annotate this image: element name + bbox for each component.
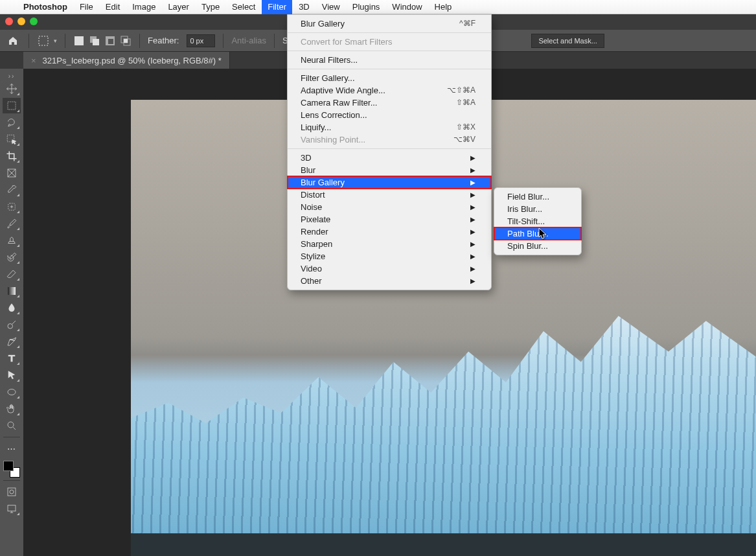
menubar-help[interactable]: Help bbox=[429, 0, 458, 14]
menu-filter-gallery[interactable]: Filter Gallery... bbox=[288, 72, 491, 84]
menu-sharpen[interactable]: Sharpen▶ bbox=[288, 238, 491, 250]
menu-video[interactable]: Video▶ bbox=[288, 262, 491, 275]
subtract-selection-icon[interactable] bbox=[104, 35, 116, 47]
selection-mode-group[interactable] bbox=[73, 35, 132, 47]
close-icon[interactable] bbox=[5, 17, 13, 25]
edit-toolbar[interactable]: ⋯ bbox=[3, 441, 21, 456]
menubar-app[interactable]: Photoshop bbox=[17, 0, 73, 14]
menubar-edit[interactable]: Edit bbox=[100, 0, 126, 14]
filter-menu[interactable]: Blur Gallery^⌘F Convert for Smart Filter… bbox=[287, 14, 492, 290]
eyedropper-tool[interactable] bbox=[3, 182, 21, 198]
clone-stamp-tool[interactable] bbox=[3, 233, 21, 248]
svg-rect-0 bbox=[39, 36, 48, 45]
menubar-file[interactable]: File bbox=[74, 0, 99, 14]
menubar-3d[interactable]: 3D bbox=[293, 0, 315, 14]
home-icon[interactable] bbox=[5, 33, 21, 49]
image-content bbox=[131, 533, 756, 556]
menubar-image[interactable]: Image bbox=[126, 0, 161, 14]
window-controls[interactable] bbox=[5, 17, 38, 25]
submenu-field-blur[interactable]: Field Blur... bbox=[494, 191, 581, 203]
menu-neural-filters[interactable]: Neural Filters... bbox=[288, 54, 491, 66]
menu-camera-raw-filter[interactable]: Camera Raw Filter...⇧⌘A bbox=[288, 97, 491, 109]
menu-other[interactable]: Other▶ bbox=[288, 275, 491, 287]
intersect-selection-icon[interactable] bbox=[120, 35, 132, 47]
menu-adaptive-wide-angle[interactable]: Adaptive Wide Angle...⌥⇧⌘A bbox=[288, 84, 491, 97]
brush-tool[interactable] bbox=[3, 216, 21, 231]
menu-stylize[interactable]: Stylize▶ bbox=[288, 250, 491, 262]
dodge-tool[interactable] bbox=[3, 317, 21, 332]
foreground-color-swatch[interactable] bbox=[3, 461, 14, 471]
menubar-select[interactable]: Select bbox=[226, 0, 261, 14]
menubar-filter[interactable]: Filter bbox=[262, 0, 292, 14]
menubar-layer[interactable]: Layer bbox=[162, 0, 195, 14]
feather-label: Feather: bbox=[148, 36, 179, 45]
history-brush-tool[interactable] bbox=[3, 249, 21, 265]
svg-rect-8 bbox=[124, 39, 128, 43]
svg-rect-19 bbox=[8, 505, 16, 511]
separator bbox=[223, 34, 223, 48]
antialias-checkbox: Anti-alias bbox=[231, 36, 266, 45]
quick-mask-mode[interactable] bbox=[3, 484, 21, 500]
menubar-view[interactable]: View bbox=[316, 0, 346, 14]
menu-noise[interactable]: Noise▶ bbox=[288, 201, 491, 213]
menu-last-filter[interactable]: Blur Gallery^⌘F bbox=[288, 17, 491, 30]
menu-pixelate[interactable]: Pixelate▶ bbox=[288, 213, 491, 226]
minimize-icon[interactable] bbox=[17, 17, 25, 25]
color-swatches[interactable] bbox=[3, 461, 20, 478]
move-tool[interactable] bbox=[3, 81, 21, 97]
svg-rect-1 bbox=[74, 36, 84, 45]
document-tab[interactable]: × 321Ps_Iceberg.psd @ 50% (Iceberg, RGB/… bbox=[23, 52, 230, 69]
lasso-tool[interactable] bbox=[3, 115, 21, 130]
feather-input[interactable] bbox=[187, 34, 215, 47]
menu-lens-correction[interactable]: Lens Correction... bbox=[288, 109, 491, 121]
menu-blur-gallery[interactable]: Blur Gallery▶ bbox=[288, 176, 491, 189]
separator bbox=[139, 34, 140, 48]
menu-d[interactable]: 3D▶ bbox=[288, 152, 491, 164]
path-select-tool[interactable] bbox=[3, 367, 21, 383]
menu-blur[interactable]: Blur▶ bbox=[288, 164, 491, 176]
crop-tool[interactable] bbox=[3, 148, 21, 164]
menubar-type[interactable]: Type bbox=[196, 0, 225, 14]
select-and-mask-button[interactable]: Select and Mask... bbox=[531, 34, 604, 48]
menu-render[interactable]: Render▶ bbox=[288, 226, 491, 238]
screen-mode[interactable] bbox=[3, 501, 21, 516]
healing-brush-tool[interactable] bbox=[3, 199, 21, 214]
svg-point-14 bbox=[8, 324, 13, 329]
svg-rect-5 bbox=[108, 39, 113, 44]
blur-tool[interactable] bbox=[3, 300, 21, 316]
svg-rect-13 bbox=[8, 287, 16, 295]
submenu-path-blur[interactable]: Path Blur... bbox=[494, 227, 581, 240]
maximize-icon[interactable] bbox=[30, 17, 38, 25]
add-selection-icon[interactable] bbox=[89, 35, 100, 47]
separator bbox=[274, 34, 275, 48]
toolbox-expand-icon[interactable]: ›› bbox=[0, 71, 23, 80]
rect-marquee-tool[interactable] bbox=[3, 98, 21, 113]
blur-gallery-submenu[interactable]: Field Blur...Iris Blur...Tilt-Shift...Pa… bbox=[494, 187, 582, 255]
object-select-tool[interactable] bbox=[3, 132, 21, 147]
gradient-tool[interactable] bbox=[3, 283, 21, 299]
marquee-tool-preset[interactable]: ▾ bbox=[37, 34, 57, 47]
mac-menubar[interactable]: Photoshop File Edit Image Layer Type Sel… bbox=[0, 0, 756, 14]
new-selection-icon[interactable] bbox=[73, 35, 85, 47]
ellipse-tool[interactable] bbox=[3, 384, 21, 400]
menubar-window[interactable]: Window bbox=[386, 0, 428, 14]
hand-tool[interactable] bbox=[3, 401, 21, 417]
menu-distort[interactable]: Distort▶ bbox=[288, 189, 491, 201]
type-tool[interactable] bbox=[3, 351, 21, 366]
zoom-tool[interactable] bbox=[3, 418, 21, 434]
separator bbox=[65, 34, 65, 48]
document-tab-label: 321Ps_Iceberg.psd @ 50% (Iceberg, RGB/8#… bbox=[43, 56, 222, 65]
svg-point-16 bbox=[8, 422, 14, 428]
menu-liquify[interactable]: Liquify...⇧⌘X bbox=[288, 121, 491, 133]
svg-point-15 bbox=[8, 389, 16, 395]
eraser-tool[interactable] bbox=[3, 266, 21, 282]
frame-tool[interactable] bbox=[3, 165, 21, 181]
submenu-tilt-shift[interactable]: Tilt-Shift... bbox=[494, 215, 581, 227]
submenu-spin-blur[interactable]: Spin Blur... bbox=[494, 240, 581, 252]
menubar-plugins[interactable]: Plugins bbox=[347, 0, 386, 14]
pen-tool[interactable] bbox=[3, 334, 21, 349]
svg-rect-9 bbox=[8, 102, 16, 110]
separator bbox=[29, 34, 29, 48]
svg-rect-3 bbox=[93, 39, 99, 45]
submenu-iris-blur[interactable]: Iris Blur... bbox=[494, 203, 581, 215]
